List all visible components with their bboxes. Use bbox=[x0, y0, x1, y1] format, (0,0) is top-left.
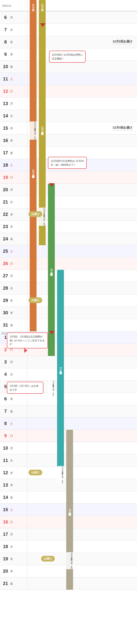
day-row: 4火 bbox=[0, 368, 137, 380]
bar-area bbox=[27, 491, 137, 504]
day-name: 金 bbox=[10, 496, 13, 500]
date-cell: 18火 bbox=[0, 540, 27, 552]
bar-area bbox=[27, 565, 137, 577]
bar-area bbox=[27, 258, 137, 270]
bar-area bbox=[27, 134, 137, 146]
date-cell: 2日 bbox=[0, 344, 27, 356]
day-name: 木 bbox=[10, 52, 13, 56]
bar-area bbox=[27, 110, 137, 122]
day-name: 日 bbox=[10, 89, 13, 94]
day-number: 7 bbox=[2, 408, 9, 414]
date-cell: 28火 bbox=[0, 282, 27, 294]
date-cell: 8土 bbox=[0, 418, 27, 430]
day-row: 16日 bbox=[0, 516, 137, 528]
day-name: 水 bbox=[10, 212, 13, 216]
day-name: 木 bbox=[10, 483, 13, 487]
day-number: 19 bbox=[2, 556, 9, 562]
day-number: 4 bbox=[2, 372, 9, 377]
date-cell: 20月 bbox=[0, 184, 27, 196]
date-cell: 26日 bbox=[0, 258, 27, 270]
day-name: 木 bbox=[10, 569, 13, 573]
bar-area bbox=[27, 393, 137, 405]
day-number: 20 bbox=[2, 187, 9, 192]
day-name: 月 bbox=[10, 446, 13, 450]
day-row: 27月 bbox=[0, 270, 137, 282]
day-name: 火 bbox=[10, 458, 13, 462]
day-number: 13 bbox=[2, 101, 9, 106]
day-number: 6 bbox=[2, 396, 9, 402]
day-number: 24 bbox=[2, 236, 9, 242]
day-name: 日 bbox=[10, 348, 13, 352]
day-number: 13 bbox=[2, 482, 9, 488]
bar-area bbox=[27, 196, 137, 208]
day-number: 6 bbox=[2, 15, 9, 20]
day-number: 3 bbox=[2, 359, 9, 364]
date-cell: 15土 bbox=[0, 504, 27, 516]
bar-area bbox=[27, 380, 137, 393]
day-row: 18火 bbox=[0, 540, 137, 553]
day-row: 28火 bbox=[0, 282, 137, 294]
day-number: 29 bbox=[2, 298, 9, 303]
date-cell: 21火 bbox=[0, 196, 27, 208]
bar-area bbox=[27, 270, 137, 282]
day-name: 水 bbox=[10, 471, 13, 475]
day-number: 23 bbox=[2, 224, 9, 229]
day-number: 31 bbox=[2, 322, 9, 328]
day-name: 火 bbox=[10, 200, 13, 204]
day-number: 9 bbox=[2, 433, 9, 438]
bar2-header: 12月5回 bbox=[39, 0, 46, 12]
bar-area bbox=[27, 504, 137, 516]
date-cell: 23木 bbox=[0, 220, 27, 233]
day-number: 12 bbox=[2, 470, 9, 475]
day-number: 28 bbox=[2, 286, 9, 291]
calendar-rows: 6月7火8水9木10金11土12日13月14火15水16木17金18土19日20… bbox=[0, 12, 137, 590]
date-cell: 31金 bbox=[0, 319, 27, 331]
day-row: 16木 bbox=[0, 134, 137, 147]
day-number: 16 bbox=[2, 519, 9, 524]
day-name: 木 bbox=[10, 225, 13, 229]
bar-area bbox=[27, 294, 137, 306]
day-row: 8土 bbox=[0, 418, 137, 430]
day-name: 水 bbox=[10, 557, 13, 561]
day-row: 21火 bbox=[0, 196, 137, 208]
bar-area bbox=[27, 528, 137, 540]
date-cell: 13月 bbox=[0, 98, 27, 110]
bar-area bbox=[27, 208, 137, 220]
bar-area bbox=[27, 540, 137, 552]
day-row: 17月 bbox=[0, 528, 137, 540]
bar-area bbox=[27, 368, 137, 380]
day-number: 15 bbox=[2, 126, 9, 131]
day-row: 12水 bbox=[0, 467, 137, 479]
day-name: 火 bbox=[10, 372, 13, 376]
day-name: 月 bbox=[10, 532, 13, 536]
date-cell: 13木 bbox=[0, 479, 27, 491]
bar-area bbox=[27, 233, 137, 245]
day-row: 23木 bbox=[0, 220, 137, 233]
day-row: 2日 bbox=[0, 344, 137, 356]
day-row: 13月 bbox=[0, 98, 137, 110]
day-number: 1 bbox=[2, 335, 9, 340]
day-number: 10 bbox=[2, 446, 9, 451]
date-cell: 30木 bbox=[0, 307, 27, 319]
bar-header-area: 12月4回 12月5回 bbox=[27, 0, 137, 11]
day-row: 21金 bbox=[0, 578, 137, 590]
bar-area bbox=[27, 467, 137, 479]
bar-area bbox=[27, 36, 137, 48]
day-row: 14金 bbox=[0, 491, 137, 504]
bar-area bbox=[27, 319, 137, 331]
day-row: 11土 bbox=[0, 73, 137, 85]
date-cell: 21金 bbox=[0, 578, 27, 590]
day-row: 30木 bbox=[0, 307, 137, 319]
day-name: 土 bbox=[10, 249, 13, 254]
day-row: 22水 bbox=[0, 208, 137, 220]
bar-area bbox=[27, 479, 137, 491]
bar1-header: 12月4回 bbox=[30, 0, 37, 12]
day-row: 2022/11土 bbox=[0, 331, 137, 344]
day-number: 11 bbox=[2, 76, 9, 82]
day-number: 19 bbox=[2, 175, 9, 180]
day-row: 7金 bbox=[0, 405, 137, 418]
date-cell: 19水 bbox=[0, 553, 27, 565]
day-name: 金 bbox=[10, 237, 13, 241]
date-cell: 20木 bbox=[0, 565, 27, 577]
day-row: 5水 bbox=[0, 380, 137, 393]
